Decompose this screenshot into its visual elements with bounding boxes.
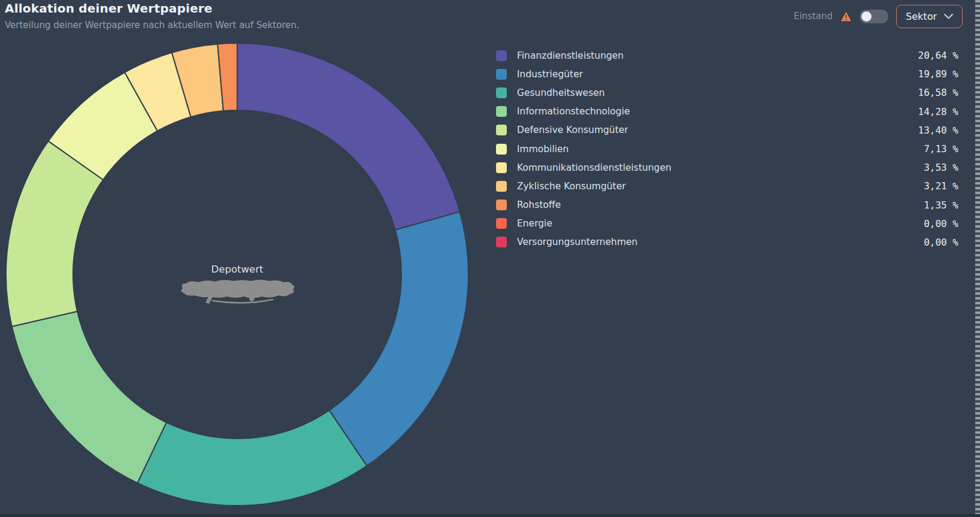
donut-segment[interactable] — [137, 410, 367, 506]
legend-swatch — [496, 125, 507, 135]
legend-value: 1,35 % — [924, 199, 958, 211]
einstand-toggle-label: Einstand — [794, 11, 833, 22]
legend-label: Versorgungsunternehmen — [517, 237, 924, 247]
legend-label: Informationstechnologie — [517, 106, 918, 117]
legend-swatch — [496, 50, 507, 61]
legend-value: 14,28 % — [918, 106, 958, 117]
donut-chart[interactable]: Depotwert — [0, 0, 479, 517]
chevron-down-icon — [944, 14, 953, 19]
legend-label: Gesundheitswesen — [517, 87, 918, 98]
allocation-page: { "header": { "title": "Allokation deine… — [0, 0, 980, 517]
warning-icon[interactable] — [840, 11, 852, 22]
legend-item[interactable]: Defensive Konsumgüter 13,40 % — [496, 121, 958, 140]
legend-value: 0,00 % — [924, 237, 958, 248]
legend-value: 7,13 % — [924, 143, 958, 155]
legend-label: Finanzdienstleistungen — [517, 50, 918, 61]
legend-value: 16,58 % — [918, 87, 958, 98]
grouping-dropdown-button[interactable]: Sektor — [896, 5, 963, 28]
legend-label: Industriegüter — [517, 69, 918, 80]
legend-swatch — [496, 199, 507, 210]
legend-item[interactable]: Rohstoffe 1,35 % — [496, 196, 958, 214]
legend-item[interactable]: Finanzdienstleistungen 20,64 % — [496, 46, 958, 65]
legend-swatch — [496, 87, 507, 98]
legend-swatch — [496, 162, 507, 173]
chart-controls: Einstand Sektor — [794, 4, 963, 28]
legend-item[interactable]: Informationstechnologie 14,28 % — [496, 102, 958, 121]
legend-item[interactable]: Kommunikationsdienstleistungen 3,53 % — [496, 158, 958, 177]
legend-swatch — [496, 181, 507, 192]
legend-item[interactable]: Industriegüter 19,89 % — [496, 65, 958, 83]
legend-value: 3,21 % — [924, 180, 958, 192]
bottom-edge — [0, 514, 980, 517]
legend-value: 0,00 % — [924, 218, 958, 229]
legend-item[interactable]: Zyklische Konsumgüter 3,21 % — [496, 177, 958, 195]
legend-value: 13,40 % — [918, 125, 958, 136]
legend-swatch — [496, 69, 507, 80]
legend-item[interactable]: Gesundheitswesen 16,58 % — [496, 83, 958, 102]
legend-item[interactable]: Immobilien 7,13 % — [496, 140, 958, 158]
legend-item[interactable]: Versorgungsunternehmen 0,00 % — [496, 233, 958, 252]
legend-item[interactable]: Energie 0,00 % — [496, 214, 958, 233]
legend-swatch — [496, 106, 507, 117]
legend: Finanzdienstleistungen 20,64 % Industrie… — [496, 46, 958, 252]
legend-label: Immobilien — [517, 144, 924, 155]
toggle-knob — [861, 11, 872, 22]
legend-value: 20,64 % — [918, 50, 958, 61]
donut-segment[interactable] — [12, 312, 167, 483]
donut-svg[interactable] — [0, 0, 479, 517]
vertical-scrollbar[interactable] — [975, 0, 980, 517]
donut-segment[interactable] — [237, 43, 460, 230]
legend-value: 3,53 % — [924, 162, 958, 173]
legend-swatch — [496, 237, 507, 247]
legend-swatch — [496, 218, 507, 229]
legend-label: Defensive Konsumgüter — [517, 125, 918, 135]
legend-label: Kommunikationsdienstleistungen — [517, 162, 924, 173]
legend-value: 19,89 % — [918, 68, 958, 80]
einstand-toggle[interactable] — [860, 10, 888, 23]
donut-segment[interactable] — [329, 212, 468, 466]
legend-label: Rohstoffe — [517, 199, 924, 210]
legend-label: Energie — [517, 218, 924, 229]
legend-swatch — [496, 144, 507, 155]
legend-label: Zyklische Konsumgüter — [517, 181, 924, 192]
grouping-dropdown-value: Sektor — [906, 11, 937, 22]
